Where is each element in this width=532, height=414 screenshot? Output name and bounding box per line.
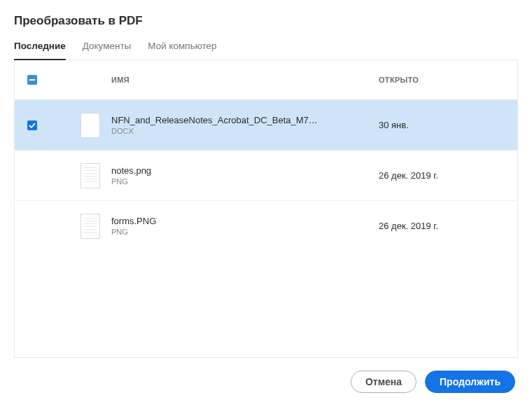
- column-header-opened[interactable]: ОТКРЫТО: [379, 76, 505, 84]
- table-row[interactable]: NFN_and_ReleaseNotes_Acrobat_DC_Beta_M75…: [15, 99, 517, 150]
- file-thumbnail-icon: [80, 163, 100, 188]
- file-date: 26 дек. 2019 г.: [379, 221, 438, 231]
- file-type-label: PNG: [111, 177, 379, 186]
- continue-button[interactable]: Продолжить: [425, 371, 515, 393]
- tab-recent[interactable]: Последние: [14, 41, 66, 60]
- tab-documents[interactable]: Документы: [83, 41, 132, 60]
- table-row[interactable]: notes.png PNG 26 дек. 2019 г.: [15, 150, 517, 200]
- file-type-label: PNG: [111, 228, 379, 236]
- file-type-label: DOCX: [111, 127, 379, 135]
- file-name: NFN_and_ReleaseNotes_Acrobat_DC_Beta_M75…: [111, 115, 321, 125]
- page-title: Преобразовать в PDF: [14, 14, 518, 28]
- dialog-footer: Отмена Продолжить: [14, 358, 518, 393]
- tab-my-computer[interactable]: Мой компьютер: [148, 41, 216, 60]
- cancel-button[interactable]: Отмена: [351, 371, 416, 393]
- file-name: notes.png: [111, 165, 321, 176]
- row-checkbox[interactable]: [27, 120, 37, 130]
- file-thumbnail-icon: [81, 113, 99, 137]
- file-thumbnail-icon: [80, 214, 100, 239]
- select-all-checkbox[interactable]: [27, 75, 37, 85]
- column-header-name[interactable]: ИМЯ: [111, 76, 379, 84]
- tabs: Последние Документы Мой компьютер: [14, 41, 518, 60]
- table-row[interactable]: forms.PNG PNG 26 дек. 2019 г.: [15, 200, 517, 251]
- file-list: ИМЯ ОТКРЫТО NFN_and_ReleaseNotes_Acrobat…: [14, 60, 518, 358]
- table-header: ИМЯ ОТКРЫТО: [15, 60, 517, 99]
- file-date: 26 дек. 2019 г.: [379, 170, 438, 181]
- file-date: 30 янв.: [379, 120, 409, 130]
- file-name: forms.PNG: [111, 216, 321, 226]
